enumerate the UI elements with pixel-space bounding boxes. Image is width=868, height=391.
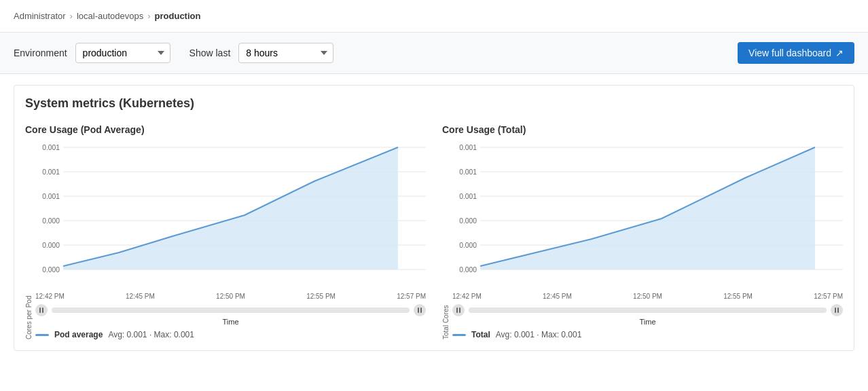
legend-stats-total: Avg: 0.001 · Max: 0.001 xyxy=(496,330,582,339)
x-tick-0: 12:42 PM xyxy=(35,293,65,300)
breadcrumb-chevron-2: › xyxy=(147,11,150,21)
svg-text:0.000: 0.000 xyxy=(42,266,60,274)
x-tick-1: 12:45 PM xyxy=(126,293,155,300)
pause-button-left-total[interactable] xyxy=(452,304,465,316)
chart-legend-pod-avg: Pod average Avg: 0.001 · Max: 0.001 xyxy=(35,330,426,339)
environment-select[interactable]: production staging development xyxy=(75,43,170,63)
chart-wrap-pod-avg: Cores per Pod 0.001 0.001 0.001 xyxy=(25,141,426,339)
show-last-label: Show last xyxy=(189,48,231,58)
pause-icon-left xyxy=(39,308,43,313)
dashboard-button-label: View full dashboard xyxy=(748,48,831,58)
chart-core-total: Core Usage (Total) Total Cores 0.001 xyxy=(442,124,843,339)
charts-row: Core Usage (Pod Average) Cores per Pod 0… xyxy=(25,124,843,339)
svg-text:0.000: 0.000 xyxy=(459,266,477,274)
legend-series-pod-avg: Pod average xyxy=(54,330,103,339)
svg-text:0.001: 0.001 xyxy=(42,168,60,176)
breadcrumb-admin[interactable]: Administrator xyxy=(14,11,66,21)
y-axis-label-pod-avg: Cores per Pod xyxy=(25,141,33,339)
x-axis-labels-total: 12:42 PM 12:45 PM 12:50 PM 12:55 PM 12:5… xyxy=(452,290,843,300)
svg-text:0.001: 0.001 xyxy=(459,168,477,176)
svg-text:0.000: 0.000 xyxy=(42,217,60,225)
pause-icon-right xyxy=(418,308,422,313)
chart-inner-total: 0.001 0.001 0.001 0.000 0.000 0.000 12:4… xyxy=(452,141,843,339)
y-axis-label-total: Total Cores xyxy=(442,141,450,339)
svg-text:0.001: 0.001 xyxy=(42,193,60,200)
pause-icon-right-total xyxy=(835,308,839,313)
x-tick-total-0: 12:42 PM xyxy=(452,293,482,300)
pause-button-right-pod-avg[interactable] xyxy=(414,304,426,316)
chart-title-pod-avg: Core Usage (Pod Average) xyxy=(25,124,426,135)
x-tick-total-4: 12:57 PM xyxy=(814,293,843,300)
x-axis-labels-pod-avg: 12:42 PM 12:45 PM 12:50 PM 12:55 PM 12:5… xyxy=(35,290,426,300)
svg-text:0.000: 0.000 xyxy=(42,242,60,249)
svg-text:0.000: 0.000 xyxy=(459,242,477,249)
chart-core-pod-avg: Core Usage (Pod Average) Cores per Pod 0… xyxy=(25,124,426,339)
chart-inner-pod-avg: 0.001 0.001 0.001 0.000 0.000 0.000 12:4… xyxy=(35,141,426,339)
breadcrumb-group[interactable]: local-autodevops xyxy=(77,11,143,21)
x-time-label-total: Time xyxy=(452,318,843,326)
pause-button-right-total[interactable] xyxy=(831,304,843,316)
legend-line-pod-avg xyxy=(35,334,49,336)
metrics-section: System metrics (Kubernetes) Core Usage (… xyxy=(14,85,854,351)
breadcrumb-chevron-1: › xyxy=(70,11,73,21)
chart-legend-total: Total Avg: 0.001 · Max: 0.001 xyxy=(452,330,843,339)
scrollbar-track-pod-avg[interactable] xyxy=(52,308,410,313)
x-tick-4: 12:57 PM xyxy=(397,293,426,300)
breadcrumb: Administrator › local-autodevops › produ… xyxy=(0,0,868,33)
svg-text:0.001: 0.001 xyxy=(42,144,60,151)
breadcrumb-current: production xyxy=(155,11,201,21)
view-dashboard-button[interactable]: View full dashboard ↗ xyxy=(738,42,854,64)
svg-text:0.001: 0.001 xyxy=(459,193,477,200)
x-tick-total-2: 12:50 PM xyxy=(633,293,662,300)
pause-icon-left-total xyxy=(456,308,460,313)
show-last-select[interactable]: 1 hour 2 hours 4 hours 8 hours 24 hours … xyxy=(238,43,333,63)
legend-stats-pod-avg: Avg: 0.001 · Max: 0.001 xyxy=(108,330,194,339)
chart-wrap-total: Total Cores 0.001 0.001 0.001 xyxy=(442,141,843,339)
pause-button-left-pod-avg[interactable] xyxy=(35,304,48,316)
x-tick-3: 12:55 PM xyxy=(306,293,336,300)
legend-line-total xyxy=(452,334,466,336)
environment-label: Environment xyxy=(14,48,67,58)
external-link-icon: ↗ xyxy=(835,48,844,58)
chart-svg-pod-avg: 0.001 0.001 0.001 0.000 0.000 0.000 xyxy=(35,141,426,290)
svg-text:0.001: 0.001 xyxy=(459,144,477,151)
legend-series-total: Total xyxy=(471,330,490,339)
chart-title-total: Core Usage (Total) xyxy=(442,124,843,135)
x-tick-total-1: 12:45 PM xyxy=(543,293,572,300)
metrics-title: System metrics (Kubernetes) xyxy=(25,96,843,111)
x-tick-total-3: 12:55 PM xyxy=(723,293,753,300)
scrollbar-track-total[interactable] xyxy=(469,308,827,313)
x-time-label-pod-avg: Time xyxy=(35,318,426,326)
chart-svg-total: 0.001 0.001 0.001 0.000 0.000 0.000 xyxy=(452,141,843,290)
controls-bar: Environment production staging developme… xyxy=(0,33,868,74)
svg-text:0.000: 0.000 xyxy=(459,217,477,225)
svg-marker-12 xyxy=(63,147,398,269)
x-tick-2: 12:50 PM xyxy=(216,293,245,300)
chart-scrollbar-total xyxy=(452,304,843,316)
chart-scrollbar-pod-avg xyxy=(35,304,426,316)
svg-marker-25 xyxy=(480,147,815,269)
